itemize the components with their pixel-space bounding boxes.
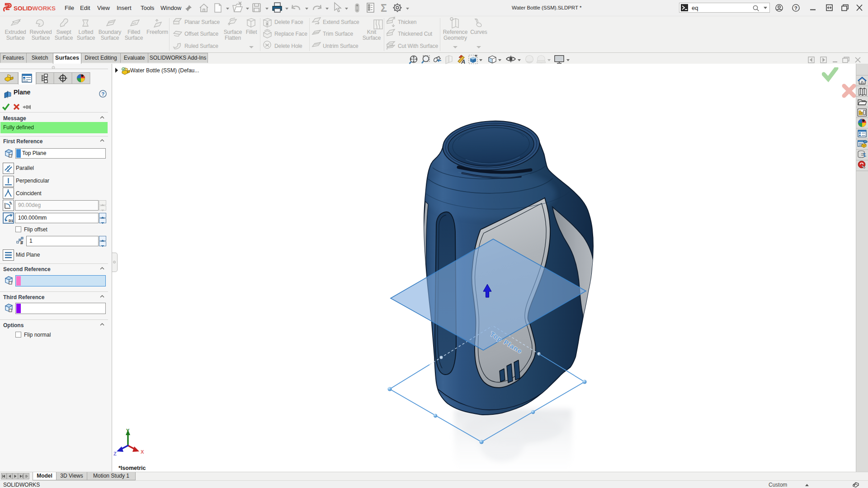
- svg-text:?: ?: [101, 91, 104, 97]
- svg-text:X: X: [141, 449, 144, 455]
- svg-text:?: ?: [794, 5, 797, 11]
- svg-text:Σ: Σ: [381, 2, 387, 14]
- svg-text:Y: Y: [126, 428, 130, 433]
- svg-text:#: #: [20, 240, 23, 245]
- svg-text:D1: D1: [9, 219, 13, 223]
- svg-text:SOLIDWORKS: SOLIDWORKS: [14, 5, 56, 12]
- svg-text:A: A: [461, 58, 465, 65]
- svg-text:Z: Z: [113, 451, 117, 456]
- svg-text:A: A: [10, 202, 12, 205]
